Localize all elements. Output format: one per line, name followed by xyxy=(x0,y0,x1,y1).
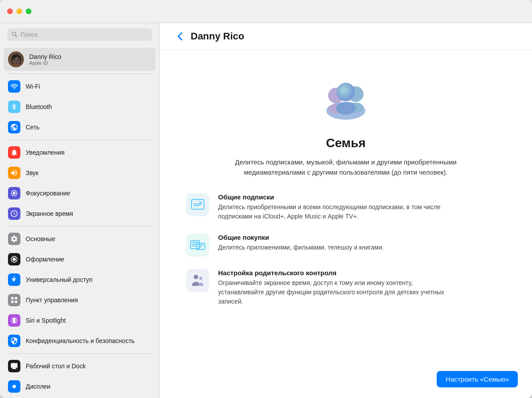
sidebar-item-bluetooth-label: Bluetooth xyxy=(26,103,52,110)
sidebar-item-sound[interactable]: Звук xyxy=(4,163,156,183)
feature-parental: Настройка родительского контроля Огранич… xyxy=(186,269,505,306)
titlebar xyxy=(0,0,532,23)
sidebar-item-network-label: Сеть xyxy=(26,124,39,131)
svg-line-1 xyxy=(16,35,17,37)
sidebar-item-screentime[interactable]: Экранное время xyxy=(4,204,156,223)
privacy-icon xyxy=(8,335,20,347)
sidebar-item-accessibility[interactable]: Универсальный доступ xyxy=(4,270,156,289)
parental-icon-box xyxy=(186,269,209,292)
features-list: Общие подписки Делитесь приобретенными и… xyxy=(186,193,505,306)
controlcenter-icon xyxy=(8,294,20,306)
page-title: Danny Rico xyxy=(191,31,244,42)
appearance-icon xyxy=(8,253,20,265)
sidebar-item-notifications-label: Уведомления xyxy=(26,149,65,156)
sidebar-item-displays[interactable]: Дисплеи xyxy=(4,377,156,396)
svg-rect-31 xyxy=(186,269,209,292)
svg-rect-7 xyxy=(15,301,17,303)
main-content: Danny Rico xyxy=(160,23,532,398)
sidebar-item-accessibility-label: Универсальный доступ xyxy=(26,276,93,283)
back-button[interactable] xyxy=(174,30,186,43)
main-window: Поиск 🧑🏿 Danny Rico Apple ID xyxy=(0,0,532,398)
sidebar-item-network[interactable]: Сеть xyxy=(4,117,156,137)
general-icon xyxy=(8,233,20,245)
svg-rect-23 xyxy=(186,234,209,257)
sidebar-item-siri-label: Siri и Spotlight xyxy=(26,317,66,324)
sidebar-divider-3 xyxy=(8,226,151,226)
sidebar-item-screentime-label: Экранное время xyxy=(26,210,73,217)
family-illustration xyxy=(310,68,381,125)
main-footer: Настроить «Семью» xyxy=(437,371,518,387)
setup-family-button[interactable]: Настроить «Семью» xyxy=(437,371,518,387)
focus-icon xyxy=(8,187,20,199)
parental-title: Настройка родительского контроля xyxy=(218,269,458,277)
sidebar-item-sound-label: Звук xyxy=(26,169,39,176)
subscriptions-text: Общие подписки Делитесь приобретенными и… xyxy=(218,193,458,221)
sidebar: Поиск 🧑🏿 Danny Rico Apple ID xyxy=(0,23,160,398)
subscriptions-icon-box xyxy=(186,193,209,216)
svg-rect-9 xyxy=(11,363,18,368)
svg-point-33 xyxy=(200,277,203,280)
content-area: Поиск 🧑🏿 Danny Rico Apple ID xyxy=(0,23,532,398)
minimize-button[interactable] xyxy=(16,8,22,14)
purchases-title: Общие покупки xyxy=(218,234,384,241)
sidebar-item-desktop-label: Рабочий стол и Dock xyxy=(26,363,86,370)
svg-point-8 xyxy=(13,318,16,323)
svg-rect-6 xyxy=(11,301,13,303)
sidebar-item-bluetooth[interactable]: Bluetooth xyxy=(4,97,156,117)
svg-point-2 xyxy=(12,258,16,261)
user-avatar: 🧑🏿 xyxy=(8,51,24,67)
user-name: Danny Rico xyxy=(29,53,61,60)
sidebar-item-appearance[interactable]: Оформление xyxy=(4,250,156,269)
sidebar-item-user[interactable]: 🧑🏿 Danny Rico Apple ID xyxy=(4,48,156,71)
search-placeholder: Поиск xyxy=(20,31,38,38)
svg-rect-5 xyxy=(15,297,17,299)
family-title: Семья xyxy=(326,136,366,150)
purchases-icon-box xyxy=(186,234,209,257)
sidebar-item-wifi-label: Wi-Fi xyxy=(26,83,40,90)
sound-icon xyxy=(8,167,20,179)
screentime-icon xyxy=(8,207,20,220)
sidebar-item-general-label: Основные xyxy=(26,235,55,242)
search-container: Поиск xyxy=(0,23,159,46)
parental-icon xyxy=(186,269,209,292)
sidebar-item-focus-label: Фокусирование xyxy=(26,190,70,197)
subscriptions-icon xyxy=(186,193,209,216)
fullscreen-button[interactable] xyxy=(26,8,31,14)
sidebar-item-wifi[interactable]: Wi-Fi xyxy=(4,77,156,96)
svg-point-20 xyxy=(336,83,355,101)
sidebar-item-desktop[interactable]: Рабочий стол и Dock xyxy=(4,356,156,376)
bluetooth-icon xyxy=(8,101,20,113)
feature-purchases: Общие покупки Делитесь приложениями, фил… xyxy=(186,234,505,257)
siri-icon xyxy=(8,314,20,327)
main-body: Семья Делитесь подписками, музыкой, филь… xyxy=(160,50,532,398)
sidebar-item-siri[interactable]: Siri и Spotlight xyxy=(4,311,156,330)
svg-point-12 xyxy=(12,385,16,388)
search-icon xyxy=(12,31,18,38)
subscriptions-title: Общие подписки xyxy=(218,193,458,201)
subscriptions-description: Делитесь приобретенными и всеми последую… xyxy=(218,203,458,221)
close-button[interactable] xyxy=(7,8,13,14)
parental-description: Ограничивайте экранное время, доступ к т… xyxy=(218,278,458,306)
svg-rect-11 xyxy=(12,368,17,369)
svg-rect-21 xyxy=(186,193,209,216)
sidebar-divider-4 xyxy=(8,353,151,354)
sidebar-item-displays-label: Дисплеи xyxy=(26,383,51,390)
sidebar-item-controlcenter[interactable]: Пункт управления xyxy=(4,290,156,310)
sidebar-item-general[interactable]: Основные xyxy=(4,229,156,249)
sidebar-item-notifications[interactable]: Уведомления xyxy=(4,143,156,162)
sidebar-divider-2 xyxy=(8,140,151,140)
search-box[interactable]: Поиск xyxy=(7,28,152,41)
user-item-text: Danny Rico Apple ID xyxy=(29,53,61,66)
sidebar-items-list: 🧑🏿 Danny Rico Apple ID Wi-Fi xyxy=(0,46,159,398)
sidebar-item-focus[interactable]: Фокусирование xyxy=(4,183,156,203)
svg-point-19 xyxy=(336,102,356,115)
notifications-icon xyxy=(8,146,20,159)
purchases-description: Делитесь приложениями, фильмами, телешоу… xyxy=(218,243,384,252)
purchases-icon xyxy=(186,234,209,257)
sidebar-divider-1 xyxy=(8,74,151,74)
feature-subscriptions: Общие подписки Делитесь приобретенными и… xyxy=(186,193,505,221)
accessibility-icon xyxy=(8,273,20,286)
sidebar-item-privacy[interactable]: Конфиденциальность и безопасность xyxy=(4,331,156,351)
svg-rect-10 xyxy=(12,368,16,369)
traffic-lights xyxy=(7,8,31,14)
